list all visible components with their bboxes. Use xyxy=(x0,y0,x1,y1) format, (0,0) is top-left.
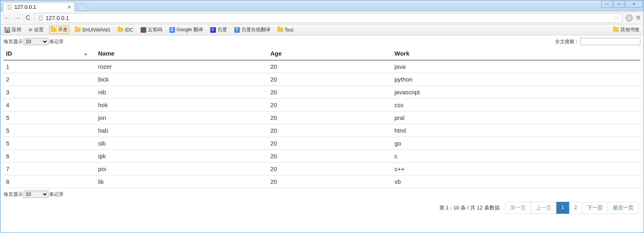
forward-button[interactable]: → xyxy=(14,14,21,22)
url-favicon-icon xyxy=(38,15,43,21)
table-row: 5hab20html xyxy=(4,124,640,137)
col-id[interactable]: ID xyxy=(4,47,96,60)
minimize-button[interactable]: — xyxy=(601,0,612,8)
table-row: 6qik20c xyxy=(4,150,640,163)
page-prev-button[interactable]: 上一页 xyxy=(531,202,557,214)
search-label: 全文搜索： xyxy=(555,39,579,44)
page-length-select-bottom[interactable]: 10 xyxy=(24,191,48,198)
folder-icon xyxy=(75,28,80,32)
cell-work: go xyxy=(392,137,640,150)
bookmark-settings[interactable]: ✲ 设置 xyxy=(27,26,45,34)
page-favicon-icon xyxy=(6,4,12,10)
cell-name: sib xyxy=(96,137,268,150)
bookmark-idc[interactable]: IDC xyxy=(116,26,135,34)
titlebar: 127.0.0.1 ✕ — ▭ ✕ xyxy=(0,0,644,12)
bookmark-other[interactable]: 其他书签 xyxy=(612,26,641,34)
close-window-button[interactable]: ✕ xyxy=(625,0,643,8)
bookmark-label: 开发 xyxy=(58,26,68,33)
reload-button[interactable]: C xyxy=(24,14,32,22)
table-info: 第 1 - 10 条 / 共 12 条数据 xyxy=(439,204,500,211)
bookmark-label: 五笔码 xyxy=(148,26,162,33)
bookmarks-bar: 应用 ✲ 设置 开发 SHUNWANG IDC 五笔码 G Google 翻译 … xyxy=(0,24,644,36)
tab-close-icon[interactable]: ✕ xyxy=(67,4,71,10)
bookmark-star-icon[interactable]: ☆ xyxy=(614,14,620,22)
translate-icon: T xyxy=(234,27,240,33)
page-next-button[interactable]: 下一页 xyxy=(582,202,608,214)
bookmark-wubi[interactable]: 五笔码 xyxy=(139,26,164,34)
bookmark-label: 百度 xyxy=(217,26,227,33)
cell-age: 20 xyxy=(268,175,392,188)
cell-age: 20 xyxy=(268,112,392,124)
cell-age: 20 xyxy=(268,163,392,175)
cell-work: html xyxy=(392,124,640,137)
cell-name: hab xyxy=(96,124,268,137)
bookmark-label: 应用 xyxy=(12,26,21,33)
url-input[interactable] xyxy=(46,15,612,21)
cell-id: 6 xyxy=(4,150,96,163)
bookmark-shunwang[interactable]: SHUNWANG xyxy=(73,26,112,34)
menu-button[interactable]: ≡ xyxy=(636,14,640,22)
bookmark-dev[interactable]: 开发 xyxy=(49,26,69,34)
page-content: 每页显示 10 条记录 全文搜索： ID Name Age Work 1r xyxy=(0,36,644,215)
cell-id: 5 xyxy=(4,124,96,137)
cell-id: 8 xyxy=(4,175,96,188)
back-button[interactable]: ← xyxy=(4,14,11,22)
browser-tab[interactable]: 127.0.0.1 ✕ xyxy=(3,2,75,12)
table-row: 5sib20go xyxy=(4,137,640,150)
table-footer: 第 1 - 10 条 / 共 12 条数据 第一页 上一页 1 2 下一页 最后… xyxy=(4,202,640,214)
page-1-button[interactable]: 1 xyxy=(556,202,570,214)
cell-name: hok xyxy=(96,99,268,112)
globe-icon[interactable] xyxy=(626,14,633,22)
table-body: 1rozer20java2bick20python3nib20javascrip… xyxy=(4,60,640,188)
table-row: 2bick20python xyxy=(4,73,640,86)
length-prefix: 每页显示 xyxy=(4,38,23,45)
cell-age: 20 xyxy=(268,99,392,112)
length-prefix: 每页显示 xyxy=(4,191,23,198)
bookmark-baidu[interactable]: 百 百度 xyxy=(209,26,229,34)
new-tab-button[interactable] xyxy=(76,4,89,11)
bookmark-label: 设置 xyxy=(34,26,44,33)
gear-icon: ✲ xyxy=(28,27,32,33)
pagination: 第一页 上一页 1 2 下一页 最后一页 xyxy=(505,202,639,214)
cell-id: 2 xyxy=(4,73,96,86)
table-row: 5jon20pral xyxy=(4,112,640,124)
cell-id: 1 xyxy=(4,60,96,73)
col-work[interactable]: Work xyxy=(392,47,640,60)
table-controls-top: 每页显示 10 条记录 全文搜索： xyxy=(4,38,640,45)
search-input[interactable] xyxy=(580,38,640,45)
folder-icon xyxy=(613,28,619,32)
page-length-select[interactable]: 10 xyxy=(24,38,48,45)
page-length-control-bottom: 每页显示 10 条记录 xyxy=(4,191,640,198)
cell-work: css xyxy=(392,99,640,112)
cell-age: 20 xyxy=(268,137,392,150)
folder-icon xyxy=(118,28,123,32)
page-2-button[interactable]: 2 xyxy=(569,202,582,214)
google-icon: G xyxy=(169,27,175,33)
bookmark-test[interactable]: Test xyxy=(276,26,295,34)
apps-button[interactable]: 应用 xyxy=(3,26,23,34)
maximize-button[interactable]: ▭ xyxy=(613,0,624,8)
page-last-button[interactable]: 最后一页 xyxy=(608,202,639,214)
table-row: 1rozer20java xyxy=(4,60,640,73)
cell-work: javascript xyxy=(392,86,640,99)
fan-icon xyxy=(141,27,146,33)
browser-window: 127.0.0.1 ✕ — ▭ ✕ ← → C ☆ ≡ 应用 ✲ 设置 xyxy=(0,0,644,233)
bookmark-label: Google 翻译 xyxy=(177,26,203,33)
table-row: 4hok20css xyxy=(4,99,640,112)
bookmark-baidu-translate[interactable]: T 百度在线翻译 xyxy=(233,26,272,34)
search-control: 全文搜索： xyxy=(555,38,640,45)
col-name[interactable]: Name xyxy=(96,47,268,60)
table-row: 3nib20javascript xyxy=(4,86,640,99)
folder-icon xyxy=(51,28,56,32)
table-row: 7poi20c++ xyxy=(4,163,640,175)
col-age[interactable]: Age xyxy=(268,47,392,60)
cell-age: 20 xyxy=(268,124,392,137)
bookmark-label: 其他书签 xyxy=(620,26,640,33)
cell-work: java xyxy=(392,60,640,73)
address-bar[interactable]: ☆ xyxy=(35,13,622,23)
bookmark-google-translate[interactable]: G Google 翻译 xyxy=(168,26,205,34)
page-first-button[interactable]: 第一页 xyxy=(505,202,531,214)
tab-title: 127.0.0.1 xyxy=(14,4,36,10)
cell-age: 20 xyxy=(268,60,392,73)
apps-grid-icon xyxy=(4,27,10,33)
